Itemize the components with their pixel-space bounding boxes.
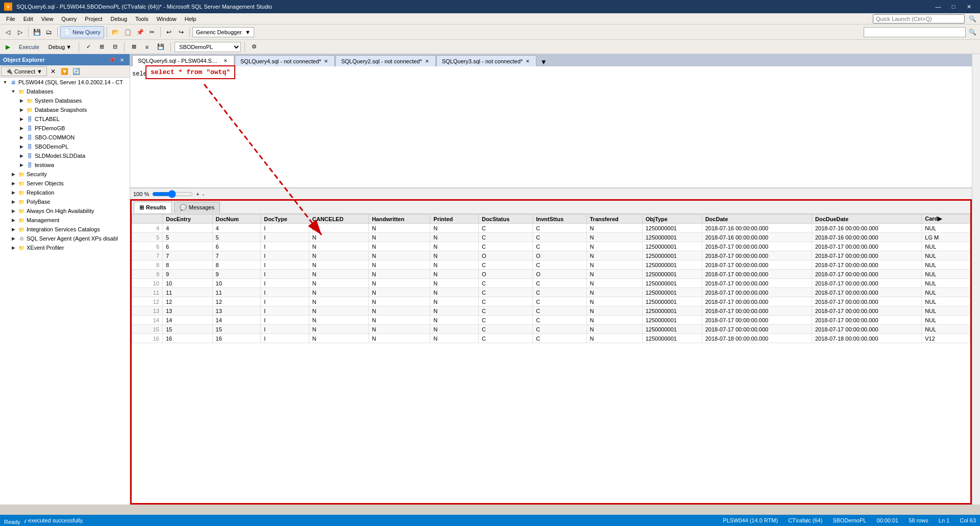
- generic-debugger-selector[interactable]: Generic Debugger ▼: [192, 27, 254, 37]
- sql-editor[interactable]: select * from "owtq": [130, 66, 972, 188]
- sbodemopl-expand-icon[interactable]: ▶: [17, 142, 26, 151]
- menu-item-edit[interactable]: Edit: [19, 13, 37, 25]
- tab-sqlquery6-close[interactable]: ✕: [223, 58, 229, 64]
- forward-button[interactable]: ▷: [14, 27, 26, 38]
- save-all-button[interactable]: 🗂: [43, 27, 55, 38]
- testowa-expand-icon[interactable]: ▶: [17, 161, 26, 169]
- sldmodel-expand-icon[interactable]: ▶: [17, 152, 26, 160]
- menu-item-tools[interactable]: Tools: [131, 13, 153, 25]
- parse-button[interactable]: ⊞: [96, 41, 107, 53]
- execute-button[interactable]: Execute: [15, 41, 43, 53]
- new-tab-button[interactable]: ▼: [539, 57, 548, 66]
- menu-item-help[interactable]: Help: [181, 13, 201, 25]
- db-snap-expand-icon[interactable]: ▶: [17, 106, 26, 114]
- replication-node[interactable]: ▶ 📁 Replication: [0, 188, 130, 197]
- check-syntax-button[interactable]: ✓: [83, 41, 94, 53]
- back-button[interactable]: ◁: [2, 27, 13, 38]
- disconnect-button[interactable]: ✕: [47, 66, 59, 77]
- open-button[interactable]: 📂: [110, 27, 121, 38]
- new-query-button[interactable]: 📄 New Query: [60, 26, 104, 38]
- server-expand-icon[interactable]: ▼: [1, 78, 9, 86]
- paste-button[interactable]: 📌: [134, 27, 145, 38]
- databases-node[interactable]: ▼ 📁 Databases: [0, 87, 130, 96]
- debug-button[interactable]: Debug ▼: [45, 41, 75, 53]
- close-button[interactable]: ✕: [962, 2, 976, 12]
- menu-item-view[interactable]: View: [37, 13, 58, 25]
- tab-sqlquery2-close[interactable]: ✕: [424, 58, 430, 64]
- cut-button[interactable]: ✂: [146, 27, 158, 38]
- server-node[interactable]: ▼ 🖥 PLSW044 (SQL Server 14.0.2002.14 - C…: [0, 78, 130, 87]
- results-text-button[interactable]: ≡: [141, 41, 153, 53]
- management-node[interactable]: ▶ 📁 Management: [0, 216, 130, 225]
- db-snapshots-node[interactable]: ▶ 📁 Database Snapshots: [0, 105, 130, 114]
- management-expand-icon[interactable]: ▶: [9, 216, 17, 224]
- integration-expand-icon[interactable]: ▶: [9, 225, 17, 233]
- sql-agent-expand-icon[interactable]: ▶: [9, 234, 17, 243]
- xevent-node[interactable]: ▶ 📁 XEvent Profiler: [0, 243, 130, 252]
- replication-expand-icon[interactable]: ▶: [9, 188, 17, 197]
- system-db-expand-icon[interactable]: ▶: [17, 97, 26, 105]
- results-tab-messages[interactable]: 💬 Messages: [174, 202, 220, 213]
- menu-item-project[interactable]: Project: [81, 13, 106, 25]
- cancel-query-button[interactable]: ⊠: [128, 41, 139, 53]
- ctlabel-expand-icon[interactable]: ▶: [17, 115, 26, 123]
- copy-button[interactable]: 📋: [122, 27, 133, 38]
- zoom-plus-icon[interactable]: +: [196, 191, 199, 197]
- alwayson-node[interactable]: ▶ 📁 Always On High Availability: [0, 206, 130, 216]
- server-objects-node[interactable]: ▶ 📁 Server Objects: [0, 179, 130, 188]
- results-grid-button[interactable]: ⊟: [109, 41, 120, 53]
- xevent-expand-icon[interactable]: ▶: [9, 244, 17, 252]
- server-objects-expand-icon[interactable]: ▶: [9, 179, 17, 187]
- save-button[interactable]: 💾: [31, 27, 42, 38]
- title-bar-controls[interactable]: — □ ✕: [931, 2, 976, 12]
- database-selector[interactable]: SBODemoPL: [175, 42, 241, 52]
- ctlabel-node[interactable]: ▶ 🗄 CTLABEL: [0, 114, 130, 124]
- alwayson-expand-icon[interactable]: ▶: [9, 207, 17, 215]
- sbo-common-node[interactable]: ▶ 🗄 SBO-COMMON: [0, 133, 130, 142]
- pfdemogb-expand-icon[interactable]: ▶: [17, 124, 26, 132]
- connect-button[interactable]: 🔌 Connect ▼: [1, 66, 47, 76]
- zoom-minus-icon[interactable]: -: [203, 191, 205, 197]
- quick-launch-button[interactable]: 🔍: [967, 13, 978, 25]
- zoom-slider[interactable]: [152, 190, 193, 198]
- tab-sqlquery6[interactable]: SQLQuery6.sql - PLSW044.SBODemoPL (CT\ra…: [132, 55, 234, 66]
- results-file-button[interactable]: 💾: [155, 41, 167, 53]
- sql-textarea[interactable]: select * from "owtq": [132, 70, 970, 173]
- quick-launch-input[interactable]: [873, 14, 965, 23]
- tab-sqlquery4-close[interactable]: ✕: [323, 58, 329, 64]
- refresh-button[interactable]: 🔄: [71, 66, 82, 77]
- results-tab-results[interactable]: ⊞ Results: [134, 202, 172, 213]
- maximize-button[interactable]: □: [946, 2, 961, 12]
- security-node[interactable]: ▶ 📁 Security: [0, 170, 130, 179]
- redo-button[interactable]: ↪: [176, 27, 187, 38]
- toolbar-search-input[interactable]: [864, 27, 966, 37]
- polybase-node[interactable]: ▶ 📁 PolyBase: [0, 197, 130, 206]
- right-scrollbar[interactable]: [972, 54, 980, 505]
- sbodemopl-node[interactable]: ▶ 🗄 SBODemoPL: [0, 142, 130, 151]
- polybase-expand-icon[interactable]: ▶: [9, 198, 17, 206]
- toolbar-search-button[interactable]: 🔍: [967, 27, 978, 38]
- databases-expand-icon[interactable]: ▼: [9, 87, 17, 95]
- minimize-button[interactable]: —: [931, 2, 945, 12]
- tab-sqlquery3[interactable]: SQLQuery3.sql - not connected* ✕: [436, 55, 536, 66]
- tab-sqlquery3-close[interactable]: ✕: [525, 58, 531, 64]
- integration-services-node[interactable]: ▶ 📁 Integration Services Catalogs: [0, 225, 130, 234]
- sql-agent-node[interactable]: ▶ ⚙ SQL Server Agent (Agent XPs disabl: [0, 234, 130, 243]
- security-expand-icon[interactable]: ▶: [9, 170, 17, 178]
- panel-pin-button[interactable]: 📌: [107, 55, 116, 64]
- pfdemogb-node[interactable]: ▶ 🗄 PFDemoGB: [0, 124, 130, 133]
- filter-button[interactable]: 🔽: [59, 66, 70, 77]
- panel-header-buttons[interactable]: 📌 ✕: [107, 55, 127, 64]
- menu-item-query[interactable]: Query: [57, 13, 81, 25]
- testowa-node[interactable]: ▶ 🗄 testowa: [0, 160, 130, 170]
- sldmodel-node[interactable]: ▶ 🗄 SLDModel.SLDData: [0, 151, 130, 160]
- tab-sqlquery2[interactable]: SQLQuery2.sql - not connected* ✕: [335, 55, 435, 66]
- system-databases-node[interactable]: ▶ 📁 System Databases: [0, 96, 130, 105]
- menu-item-file[interactable]: File: [2, 13, 19, 25]
- settings-button[interactable]: ⚙: [249, 41, 260, 53]
- undo-button[interactable]: ↩: [163, 27, 175, 38]
- sbo-common-expand-icon[interactable]: ▶: [17, 133, 26, 141]
- menu-item-debug[interactable]: Debug: [107, 13, 131, 25]
- menu-item-window[interactable]: Window: [153, 13, 181, 25]
- tab-sqlquery4[interactable]: SQLQuery4.sql - not connected* ✕: [235, 55, 335, 66]
